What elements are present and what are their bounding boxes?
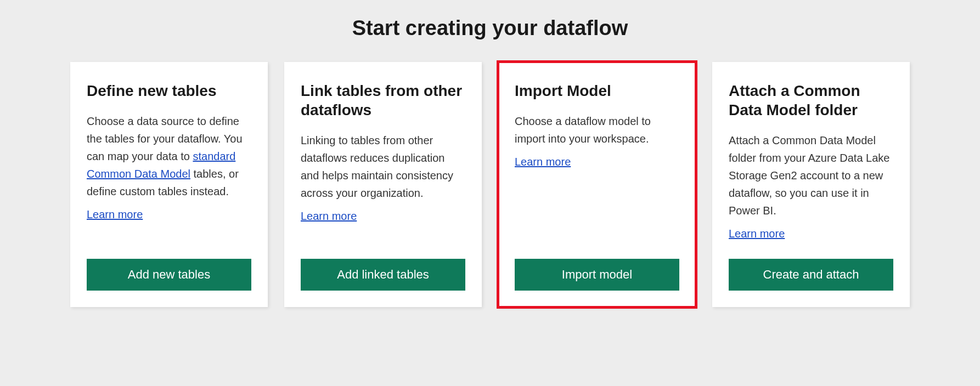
card-body: Choose a data source to define the table…: [87, 112, 251, 242]
cards-container: Define new tables Choose a data source t…: [11, 62, 969, 307]
card-import-model: Import Model Choose a dataflow model to …: [498, 62, 696, 307]
add-linked-tables-button[interactable]: Add linked tables: [301, 259, 465, 291]
card-description: Choose a dataflow model to import into y…: [515, 115, 651, 145]
card-title: Import Model: [515, 81, 679, 100]
card-attach-cdm-folder: Attach a Common Data Model folder Attach…: [712, 62, 910, 307]
learn-more-link[interactable]: Learn more: [729, 225, 785, 242]
learn-more-link[interactable]: Learn more: [515, 153, 571, 171]
card-title: Link tables from other dataflows: [301, 81, 465, 120]
add-new-tables-button[interactable]: Add new tables: [87, 259, 251, 291]
card-description: Linking to tables from other dataflows r…: [301, 134, 453, 199]
card-title: Define new tables: [87, 81, 251, 100]
card-define-new-tables: Define new tables Choose a data source t…: [70, 62, 268, 307]
card-body: Linking to tables from other dataflows r…: [301, 132, 465, 242]
create-and-attach-button[interactable]: Create and attach: [729, 259, 893, 291]
card-link-tables: Link tables from other dataflows Linking…: [284, 62, 482, 307]
card-title: Attach a Common Data Model folder: [729, 81, 893, 120]
import-model-button[interactable]: Import model: [515, 259, 679, 291]
card-body: Attach a Common Data Model folder from y…: [729, 132, 893, 242]
learn-more-link[interactable]: Learn more: [301, 207, 357, 225]
card-description: Attach a Common Data Model folder from y…: [729, 134, 889, 217]
learn-more-link[interactable]: Learn more: [87, 206, 143, 223]
page-title: Start creating your dataflow: [11, 16, 969, 40]
card-body: Choose a dataflow model to import into y…: [515, 112, 679, 242]
